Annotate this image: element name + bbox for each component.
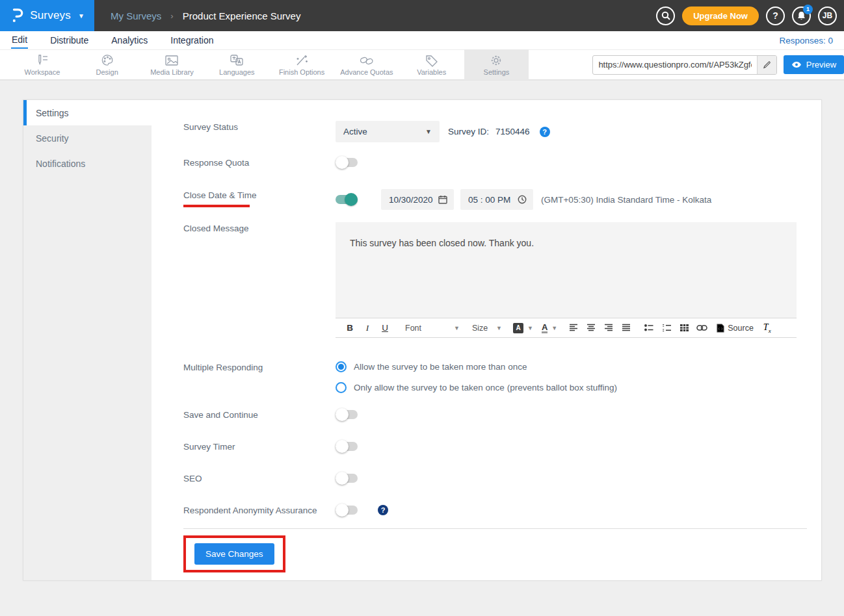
sidebar-item-security[interactable]: Security [23,125,152,151]
numbered-list-button[interactable] [660,321,673,335]
bulleted-list-button[interactable] [642,321,655,335]
product-name: Surveys [30,9,71,22]
insert-link-button[interactable] [695,321,708,335]
sidebar-item-settings[interactable]: Settings [23,100,152,125]
source-button[interactable]: Source [717,324,754,333]
response-quota-toggle[interactable] [336,158,358,167]
size-dropdown[interactable]: Size ▼ [472,324,502,333]
table-icon [679,324,689,332]
seo-label: SEO [183,472,336,483]
survey-section-nav: Edit Distribute Analytics Integration Re… [0,31,844,50]
bold-button[interactable]: B [343,321,356,335]
radio-option-label: Allow the survey to be taken more than o… [354,362,527,372]
remove-format-button[interactable]: Tx [763,322,771,334]
font-dropdown[interactable]: Font ▼ [405,324,460,333]
questionpro-logo-icon [10,7,24,24]
insert-table-button[interactable] [678,321,691,335]
ribbon-item-settings[interactable]: Settings [464,49,529,80]
notifications-button[interactable]: 1 [792,6,811,25]
radio-unselected-icon [336,382,347,393]
underline-button[interactable]: U [378,321,391,335]
close-date-input[interactable]: 10/30/2020 [381,189,454,210]
tab-analytics[interactable]: Analytics [111,33,148,48]
close-date-value: 10/30/2020 [389,195,433,205]
variables-icon [425,54,439,67]
radio-allow-multiple[interactable]: Allow the survey to be taken more than o… [336,361,617,372]
tab-distribute[interactable]: Distribute [49,33,89,48]
save-changes-button[interactable]: Save Changes [194,543,274,565]
respondent-anonymity-toggle[interactable] [336,506,358,515]
respondent-anonymity-help-icon[interactable]: ? [378,505,388,515]
responses-count: Responses: 0 [779,36,833,45]
breadcrumb-separator: › [170,11,173,21]
ribbon-item-languages[interactable]: Languages [204,49,269,80]
notification-badge: 1 [803,5,813,14]
search-button[interactable] [656,6,675,25]
response-quota-label: Response Quota [183,157,336,168]
ribbon-item-variables[interactable]: Variables [399,49,464,80]
toggle-knob [336,504,349,517]
size-dropdown-label: Size [472,324,488,333]
seo-toggle[interactable] [336,474,358,483]
chevron-down-icon: ▼ [496,325,502,331]
ribbon-item-finish-options[interactable]: Finish Options [269,49,334,80]
avatar[interactable]: JB [818,6,837,25]
survey-url-input[interactable] [593,60,756,70]
save-and-continue-label: Save and Continue [183,409,336,420]
questionpro-app: Surveys ▼ My Surveys › Product Experienc… [0,0,844,616]
ribbon-label: Finish Options [279,68,324,76]
breadcrumb: My Surveys › Product Experience Survey [111,10,300,21]
design-icon [100,54,114,67]
media-library-icon [164,54,179,67]
toggle-knob [336,156,349,169]
survey-status-select[interactable]: Active ▼ [336,121,440,142]
ribbon-item-media-library[interactable]: Media Library [140,49,205,80]
tab-edit[interactable]: Edit [11,32,28,49]
ribbon-item-advance-quotas[interactable]: Advance Quotas [334,49,399,80]
background-color-button[interactable]: A ▼ [513,323,533,333]
text-color-button[interactable]: A ▼ [542,323,557,333]
survey-timer-toggle[interactable] [336,442,358,451]
settings-form: Survey Status Active ▼ Survey ID: 715044… [152,100,823,580]
respondent-anonymity-label: Respondent Anonymity Assurance [183,504,336,515]
edit-url-button[interactable] [757,56,776,74]
italic-button[interactable]: I [361,321,374,335]
align-center-icon [587,324,596,332]
align-left-button[interactable] [567,321,580,335]
toggle-knob [345,193,358,206]
justify-button[interactable] [620,321,633,335]
close-date-toggle[interactable] [336,195,358,204]
avatar-initials: JB [823,11,832,20]
radio-option-label: Only allow the survey to be taken once (… [354,383,617,392]
preview-button[interactable]: Preview [784,55,844,74]
help-button[interactable]: ? [766,6,785,25]
top-bar-actions: Upgrade Now ? 1 JB [656,6,837,25]
survey-timer-label: Survey Timer [183,441,336,452]
upgrade-now-button[interactable]: Upgrade Now [682,6,759,25]
breadcrumb-my-surveys[interactable]: My Surveys [111,10,161,21]
align-right-button[interactable] [602,321,615,335]
help-question-glyph: ? [772,10,778,21]
closed-message-textarea[interactable]: This survey has been closed now. Thank y… [336,222,797,318]
align-left-icon [569,324,578,332]
close-time-input[interactable]: 05 : 00 PM [460,189,533,210]
background-color-icon: A [513,323,523,333]
ribbon-item-workspace[interactable]: Workspace [10,49,75,80]
timezone-text: (GMT+05:30) India Standard Time - Kolkat… [541,195,711,205]
toggle-knob [336,440,349,453]
advance-quotas-icon [359,54,375,67]
ribbon-item-design[interactable]: Design [75,49,140,80]
sidebar-item-notifications[interactable]: Notifications [23,151,152,176]
align-center-button[interactable] [585,321,598,335]
tab-integration[interactable]: Integration [170,33,214,48]
product-switcher[interactable]: Surveys ▼ [0,0,94,31]
save-and-continue-toggle[interactable] [336,410,358,419]
bulleted-list-icon [644,324,654,332]
chevron-down-icon: ▼ [78,12,85,19]
survey-id-help-icon[interactable]: ? [540,127,550,137]
chevron-down-icon: ▼ [527,325,533,331]
calendar-icon [438,195,447,204]
ribbon-label: Workspace [24,68,60,76]
radio-allow-once[interactable]: Only allow the survey to be taken once (… [336,382,617,393]
multiple-responding-label: Multiple Responding [183,361,336,393]
